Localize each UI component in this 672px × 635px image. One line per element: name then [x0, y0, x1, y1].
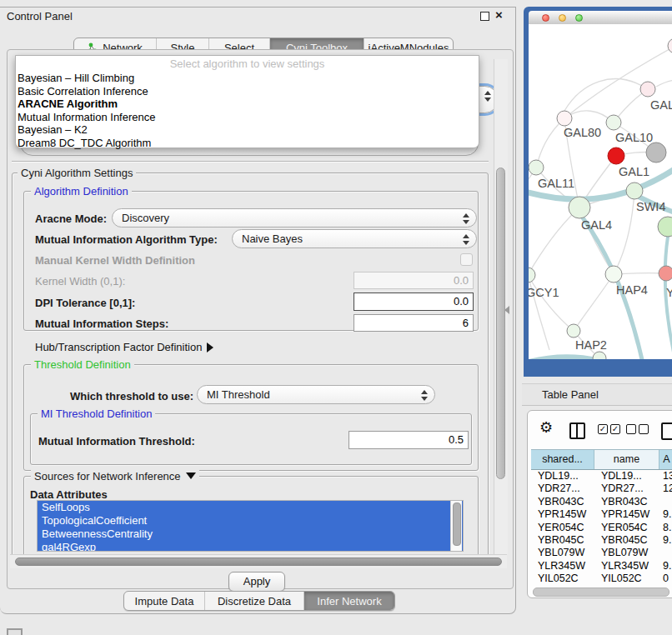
attribute-item-topologicalcoefficient[interactable]: TopologicalCoefficient — [38, 514, 463, 528]
network-edge[interactable] — [656, 80, 672, 87]
data-attributes-list[interactable]: SelfLoopsTopologicalCoefficientBetweenne… — [37, 500, 464, 552]
split-collapse-arrow-icon[interactable] — [504, 306, 509, 314]
network-node-hap2[interactable] — [567, 324, 580, 338]
gear-icon[interactable]: ⚙ — [539, 418, 553, 436]
aracne-mode-combo[interactable]: Discovery — [112, 208, 477, 228]
table-row[interactable]: YDL19...YDL19...13 — [531, 470, 672, 482]
checkbox-unchecked-icon[interactable] — [626, 424, 636, 434]
algorithm-option-bayesian-k2[interactable]: Bayesian – K2 — [16, 123, 479, 137]
tab-infer-network[interactable]: Infer Network — [304, 592, 394, 610]
table-cell: YBR043C — [594, 496, 659, 508]
table-cell: YLR345W — [594, 560, 659, 572]
network-node-gcy1[interactable] — [529, 268, 535, 282]
columns-icon[interactable] — [569, 422, 585, 439]
network-node-gal[interactable] — [640, 82, 655, 97]
close-icon[interactable]: × — [495, 8, 503, 22]
network-node-gal80[interactable] — [557, 111, 572, 126]
network-edge[interactable] — [614, 191, 634, 274]
tab-discretize-data[interactable]: Discretize Data — [205, 592, 304, 610]
sources-expander[interactable]: Sources for Network Inference — [31, 470, 199, 482]
table-cell: 9. — [659, 534, 672, 547]
which-threshold-combo[interactable]: MI Threshold — [197, 385, 435, 404]
network-canvas[interactable]: GALGAL80GAL10GAL1GAL11GAL4SWI4GCY1HAP4YH… — [529, 24, 672, 359]
table-row[interactable]: YBL079WYBL079W — [531, 547, 672, 559]
table-cell — [659, 547, 672, 559]
node-label: GAL80 — [564, 126, 601, 139]
network-node-gal11[interactable] — [529, 160, 544, 175]
network-node-gal10[interactable] — [606, 115, 621, 130]
minimized-panel-icon[interactable] — [7, 628, 23, 635]
network-node[interactable] — [593, 352, 606, 359]
network-edge[interactable] — [529, 208, 579, 275]
scrollbar-thumb[interactable] — [15, 558, 502, 566]
mi-steps-label: Mutual Information Steps: — [35, 318, 168, 330]
float-window-icon[interactable] — [480, 12, 489, 21]
horizontal-scrollbar[interactable] — [10, 554, 507, 568]
scrollbar-thumb[interactable] — [533, 588, 669, 597]
dpi-tolerance-input[interactable]: 0.0 — [354, 292, 474, 311]
network-edge[interactable] — [574, 274, 614, 331]
node-label: GCY1 — [529, 286, 559, 299]
mi-algorithm-type-label: Mutual Information Algorithm Type: — [35, 233, 218, 246]
network-node-swi4[interactable] — [626, 182, 643, 199]
network-node-gal4[interactable] — [569, 197, 590, 218]
kernel-width-label: Kernel Width (0,1): — [35, 275, 125, 288]
network-node[interactable] — [668, 38, 672, 53]
network-edge[interactable] — [564, 79, 648, 111]
manual-kernel-width-checkbox[interactable] — [460, 253, 473, 266]
column-header-name[interactable]: name — [594, 450, 659, 469]
mi-steps-input[interactable]: 6 — [354, 314, 474, 332]
network-edge[interactable] — [536, 118, 564, 168]
mi-threshold-input[interactable]: 0.5 — [349, 431, 469, 449]
table-row[interactable]: YER054CYER054C8. — [531, 522, 672, 534]
network-window-titlebar[interactable] — [529, 11, 672, 25]
network-node-gal1[interactable] — [608, 148, 624, 164]
node-label: GAL1 — [619, 165, 649, 178]
table-row[interactable]: YLR345WYLR345W9. — [531, 560, 672, 572]
import-table-icon[interactable] — [661, 422, 672, 440]
checkbox-unchecked-icon[interactable] — [639, 424, 649, 434]
table-column-headers: shared...nameA — [531, 449, 672, 470]
table-cell: 13 — [659, 470, 672, 482]
hub-definition-expander[interactable]: Hub/Transcription Factor Definition — [35, 341, 213, 353]
close-traffic-light-icon[interactable] — [542, 14, 549, 22]
table-row[interactable]: YDR27...YDR27...12 — [531, 482, 672, 495]
node-label: SWI4 — [636, 200, 665, 213]
scrollbar-thumb[interactable] — [453, 502, 461, 546]
column-header-a[interactable]: A — [659, 450, 672, 469]
algorithm-option-basic-correlation-inference[interactable]: Basic Correlation Inference — [16, 85, 479, 98]
network-node[interactable] — [646, 142, 666, 162]
network-node[interactable] — [658, 217, 672, 237]
table-row[interactable]: YIL052CYIL052C0 — [531, 572, 672, 584]
combo-spinner-icon — [462, 234, 469, 245]
table-cell: YBL079W — [531, 547, 594, 559]
list-scrollbar[interactable] — [450, 501, 462, 551]
kernel-width-input[interactable]: 0.0 — [354, 272, 474, 289]
network-node-y[interactable] — [659, 266, 672, 281]
node-label: Y — [666, 286, 672, 299]
algorithm-option-dream8-dc-tdc-algorithm[interactable]: Dream8 DC_TDC Algorithm — [16, 137, 479, 150]
apply-button[interactable]: Apply — [228, 572, 285, 592]
checkbox-checked-icon[interactable]: ✓ — [598, 424, 608, 434]
network-node-hap4[interactable] — [605, 266, 622, 282]
network-view-window[interactable]: GALGAL80GAL10GAL1GAL11GAL4SWI4GCY1HAP4YH… — [524, 7, 672, 377]
attribute-item-betweennesscentrality[interactable]: BetweennessCentrality — [38, 528, 463, 541]
algorithm-option-mutual-information-inference[interactable]: Mutual Information Inference — [16, 111, 479, 124]
table-row[interactable]: YPR145WYPR145W9. — [531, 508, 672, 521]
table-row[interactable]: YBR043CYBR043C — [531, 496, 672, 508]
tab-label: Discretize Data — [218, 595, 291, 608]
minimize-traffic-light-icon[interactable] — [559, 14, 566, 22]
attribute-item-selfloops[interactable]: SelfLoops — [38, 501, 463, 514]
scrollbar-thumb[interactable] — [496, 168, 505, 479]
dpi-tolerance-label: DPI Tolerance [0,1]: — [35, 297, 135, 309]
zoom-traffic-light-icon[interactable] — [575, 14, 583, 22]
table-row[interactable]: YBR045CYBR045C9. — [531, 534, 672, 547]
attribute-item-gal4rgexp[interactable]: gal4RGexp — [38, 541, 463, 552]
algorithm-option-aracne-algorithm[interactable]: ARACNE Algorithm — [16, 98, 479, 111]
algorithm-option-bayesian-hill-climbing[interactable]: Bayesian – Hill Climbing — [16, 72, 479, 85]
column-header-shared[interactable]: shared... — [531, 450, 594, 469]
tab-impute-data[interactable]: Impute Data — [124, 592, 205, 610]
mi-algorithm-type-combo[interactable]: Naive Bayes — [232, 229, 477, 248]
table-horizontal-scrollbar[interactable] — [531, 587, 672, 597]
checkbox-checked-icon[interactable]: ✓ — [610, 424, 620, 434]
